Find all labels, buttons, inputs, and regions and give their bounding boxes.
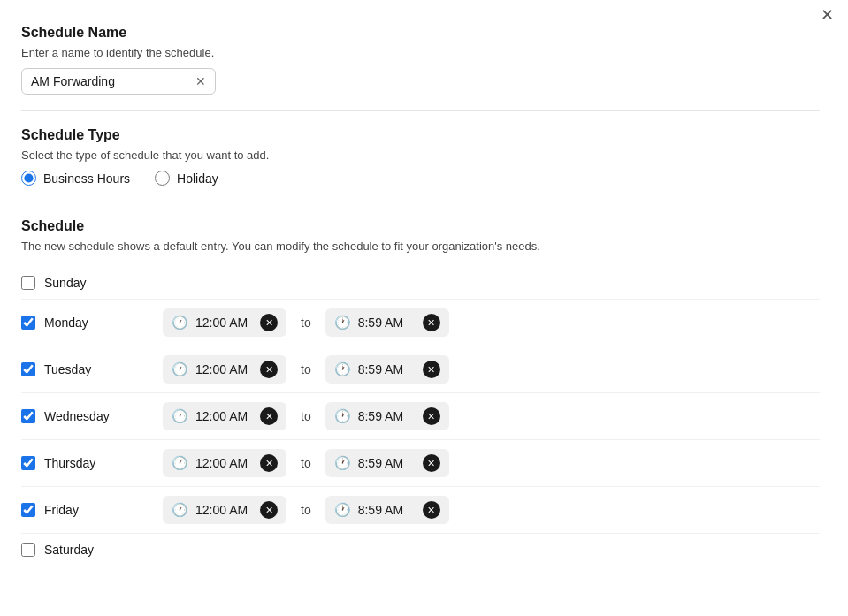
to-label-friday: to [297, 503, 315, 517]
checkbox-monday[interactable] [21, 316, 35, 330]
schedule-type-radio-group: Business Hours Holiday [21, 171, 820, 186]
radio-holiday[interactable]: Holiday [155, 171, 218, 186]
end-time-thursday[interactable]: 🕐8:59 AM✕ [325, 449, 449, 477]
checkbox-thursday[interactable] [21, 456, 35, 470]
day-label-tuesday: Tuesday [44, 362, 91, 376]
clock-icon-start-monday: 🕐 [172, 315, 188, 331]
schedule-name-input-row: ✕ [21, 68, 216, 95]
end-time-value-tuesday: 8:59 AM [358, 362, 416, 376]
day-label-sunday: Sunday [44, 276, 86, 290]
end-clear-wednesday[interactable]: ✕ [423, 407, 440, 425]
time-controls-wednesday: 🕐12:00 AM✕to🕐8:59 AM✕ [163, 402, 449, 430]
start-time-value-monday: 12:00 AM [195, 316, 253, 330]
to-label-tuesday: to [297, 362, 315, 376]
schedule-type-title: Schedule Type [21, 127, 820, 143]
clock-icon-end-tuesday: 🕐 [334, 361, 351, 377]
clock-icon-end-monday: 🕐 [334, 315, 351, 331]
day-label-wednesday: Wednesday [44, 409, 110, 423]
day-row-sunday: Sunday [21, 267, 820, 300]
day-row-friday: Friday🕐12:00 AM✕to🕐8:59 AM✕ [21, 487, 820, 534]
start-time-value-thursday: 12:00 AM [195, 456, 253, 470]
divider-1 [21, 110, 820, 111]
day-checkbox-sunday: Sunday [21, 276, 163, 290]
start-time-value-wednesday: 12:00 AM [195, 409, 253, 423]
time-controls-thursday: 🕐12:00 AM✕to🕐8:59 AM✕ [163, 449, 449, 477]
start-time-value-tuesday: 12:00 AM [195, 362, 253, 376]
start-time-tuesday[interactable]: 🕐12:00 AM✕ [163, 355, 286, 384]
start-clear-friday[interactable]: ✕ [260, 501, 278, 519]
day-checkbox-monday: Monday [21, 316, 163, 330]
schedule-section: Schedule The new schedule shows a defaul… [21, 218, 820, 566]
radio-holiday-label: Holiday [177, 171, 218, 186]
schedule-name-clear-icon[interactable]: ✕ [195, 74, 206, 88]
end-time-value-thursday: 8:59 AM [358, 456, 416, 470]
end-clear-friday[interactable]: ✕ [423, 501, 440, 519]
clock-icon-start-friday: 🕐 [172, 502, 188, 518]
close-button[interactable]: ✕ [821, 7, 834, 23]
day-label-friday: Friday [44, 503, 79, 517]
radio-business-hours-input[interactable] [21, 171, 36, 186]
schedule-title: Schedule [21, 218, 820, 234]
start-time-wednesday[interactable]: 🕐12:00 AM✕ [163, 402, 286, 430]
checkbox-saturday[interactable] [21, 543, 35, 557]
day-row-monday: Monday🕐12:00 AM✕to🕐8:59 AM✕ [21, 300, 820, 346]
clock-icon-end-friday: 🕐 [334, 502, 351, 518]
schedule-name-section: Schedule Name Enter a name to identify t… [21, 25, 820, 95]
end-time-value-wednesday: 8:59 AM [358, 409, 416, 423]
time-controls-monday: 🕐12:00 AM✕to🕐8:59 AM✕ [163, 308, 449, 337]
clock-icon-start-wednesday: 🕐 [172, 408, 188, 424]
schedule-name-title: Schedule Name [21, 25, 820, 41]
day-row-tuesday: Tuesday🕐12:00 AM✕to🕐8:59 AM✕ [21, 346, 820, 393]
clock-icon-start-thursday: 🕐 [172, 455, 188, 471]
end-time-friday[interactable]: 🕐8:59 AM✕ [325, 496, 449, 524]
day-row-saturday: Saturday [21, 534, 820, 566]
start-time-monday[interactable]: 🕐12:00 AM✕ [163, 308, 286, 337]
start-time-value-friday: 12:00 AM [195, 503, 253, 517]
day-row-wednesday: Wednesday🕐12:00 AM✕to🕐8:59 AM✕ [21, 393, 820, 440]
checkbox-tuesday[interactable] [21, 362, 35, 376]
start-time-thursday[interactable]: 🕐12:00 AM✕ [163, 449, 286, 477]
to-label-thursday: to [297, 456, 315, 470]
radio-holiday-input[interactable] [155, 171, 170, 186]
clock-icon-end-wednesday: 🕐 [334, 408, 351, 424]
schedule-name-input[interactable] [31, 74, 192, 88]
schedule-type-section: Schedule Type Select the type of schedul… [21, 127, 820, 186]
end-time-monday[interactable]: 🕐8:59 AM✕ [325, 308, 449, 337]
day-checkbox-friday: Friday [21, 503, 163, 517]
checkbox-sunday[interactable] [21, 276, 35, 290]
start-clear-wednesday[interactable]: ✕ [260, 407, 278, 425]
main-panel: ✕ Schedule Name Enter a name to identify… [0, 0, 848, 590]
end-clear-thursday[interactable]: ✕ [423, 454, 440, 472]
checkbox-friday[interactable] [21, 503, 35, 517]
start-clear-thursday[interactable]: ✕ [260, 454, 278, 472]
end-clear-tuesday[interactable]: ✕ [423, 361, 440, 378]
day-label-monday: Monday [44, 316, 88, 330]
day-row-thursday: Thursday🕐12:00 AM✕to🕐8:59 AM✕ [21, 440, 820, 487]
clock-icon-start-tuesday: 🕐 [172, 361, 188, 377]
to-label-monday: to [297, 316, 315, 330]
schedule-desc: The new schedule shows a default entry. … [21, 240, 820, 253]
day-label-saturday: Saturday [44, 543, 94, 557]
time-controls-friday: 🕐12:00 AM✕to🕐8:59 AM✕ [163, 496, 449, 524]
day-checkbox-saturday: Saturday [21, 543, 163, 557]
end-time-value-monday: 8:59 AM [358, 316, 416, 330]
day-label-thursday: Thursday [44, 456, 95, 470]
start-time-friday[interactable]: 🕐12:00 AM✕ [163, 496, 286, 524]
radio-business-hours[interactable]: Business Hours [21, 171, 130, 186]
start-clear-tuesday[interactable]: ✕ [260, 361, 278, 378]
day-checkbox-thursday: Thursday [21, 456, 163, 470]
divider-2 [21, 202, 820, 202]
end-clear-monday[interactable]: ✕ [423, 314, 440, 331]
schedule-type-desc: Select the type of schedule that you wan… [21, 148, 820, 162]
day-checkbox-wednesday: Wednesday [21, 409, 163, 423]
clock-icon-end-thursday: 🕐 [334, 455, 351, 471]
end-time-value-friday: 8:59 AM [358, 503, 416, 517]
time-controls-tuesday: 🕐12:00 AM✕to🕐8:59 AM✕ [163, 355, 449, 384]
end-time-tuesday[interactable]: 🕐8:59 AM✕ [325, 355, 449, 384]
to-label-wednesday: to [297, 409, 315, 423]
end-time-wednesday[interactable]: 🕐8:59 AM✕ [325, 402, 449, 430]
radio-business-hours-label: Business Hours [43, 171, 130, 186]
days-list: SundayMonday🕐12:00 AM✕to🕐8:59 AM✕Tuesday… [21, 267, 820, 566]
start-clear-monday[interactable]: ✕ [260, 314, 278, 331]
checkbox-wednesday[interactable] [21, 409, 35, 423]
